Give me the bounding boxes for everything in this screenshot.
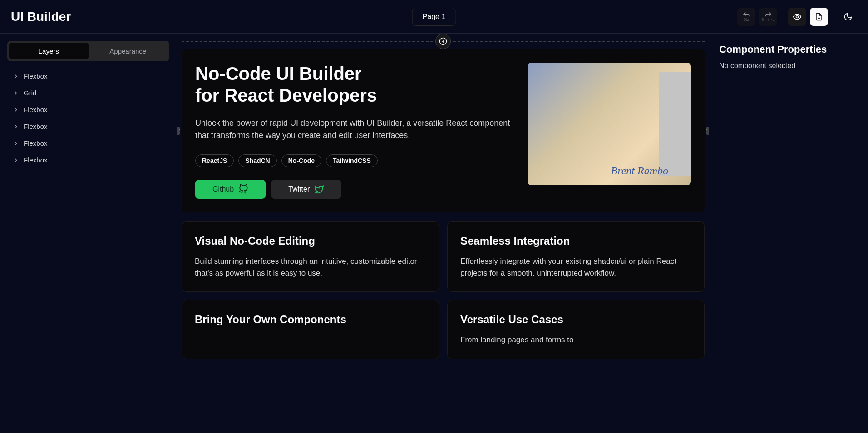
github-icon	[238, 184, 248, 194]
header: UI Builder Page 1 ⌘Z ⌘+⇧+Z	[0, 0, 868, 34]
canvas-scroll[interactable]: ⋮⋮ ⋮⋮ No-Code UI Builder for React Devel…	[177, 34, 709, 433]
drag-handle-right[interactable]: ⋮⋮	[706, 127, 709, 135]
chevron-right-icon	[13, 140, 19, 147]
svg-point-0	[796, 15, 799, 18]
properties-panel: Component Properties No component select…	[709, 34, 868, 433]
card-body: From landing pages and forms to	[460, 334, 691, 346]
hero-title-line1: No-Code UI Builder	[195, 64, 362, 84]
page-selector[interactable]: Page 1	[412, 8, 456, 26]
card-body: Build stunning interfaces through an int…	[195, 256, 426, 279]
card-title: Visual No-Code Editing	[195, 235, 426, 247]
tree-item-label: Flexbox	[24, 72, 48, 80]
chevron-right-icon	[13, 157, 19, 163]
drag-handle-left[interactable]: ⋮⋮	[177, 127, 180, 135]
moon-icon	[843, 12, 853, 21]
add-component-button[interactable]	[435, 34, 451, 49]
tab-appearance[interactable]: Appearance	[89, 43, 168, 59]
feature-card[interactable]: Versatile Use Cases From landing pages a…	[447, 300, 705, 359]
plus-circle-icon	[439, 37, 447, 45]
hero-section[interactable]: ⋮⋮ ⋮⋮ No-Code UI Builder for React Devel…	[182, 49, 705, 212]
hero-title-line2: for React Developers	[195, 85, 377, 105]
feature-card[interactable]: Seamless Integration Effortlessly integr…	[447, 221, 705, 292]
tree-item[interactable]: Flexbox	[7, 68, 169, 84]
twitter-button-label: Twitter	[288, 185, 310, 193]
github-button[interactable]: Github	[195, 180, 266, 199]
tree-item[interactable]: Flexbox	[7, 152, 169, 168]
tree-item-label: Flexbox	[24, 139, 48, 147]
eye-icon	[793, 12, 802, 21]
redo-kbd: ⌘+⇧+Z	[761, 18, 774, 22]
redo-icon	[764, 11, 772, 17]
feature-card[interactable]: Bring Your Own Components	[182, 300, 439, 359]
badge: No-Code	[281, 154, 321, 167]
card-title: Versatile Use Cases	[460, 313, 691, 326]
chevron-right-icon	[13, 107, 19, 113]
card-body: Effortlessly integrate with your existin…	[460, 256, 691, 279]
feature-card[interactable]: Visual No-Code Editing Build stunning in…	[182, 221, 439, 292]
twitter-button[interactable]: Twitter	[271, 180, 341, 199]
tree-item[interactable]: Flexbox	[7, 135, 169, 152]
theme-toggle[interactable]	[839, 8, 857, 26]
redo-button[interactable]: ⌘+⇧+Z	[759, 8, 777, 26]
file-export-icon	[815, 13, 823, 21]
layer-tree: Flexbox Grid Flexbox Flexbox Flexbox	[7, 68, 169, 168]
card-title: Bring Your Own Components	[195, 313, 426, 326]
chevron-right-icon	[13, 123, 19, 130]
app-title: UI Builder	[11, 10, 71, 24]
undo-button[interactable]: ⌘Z	[737, 8, 755, 26]
tree-item[interactable]: Flexbox	[7, 118, 169, 135]
hero-buttons: Github Twitter	[195, 180, 518, 199]
tree-item[interactable]: Grid	[7, 84, 169, 101]
insert-divider	[182, 34, 705, 49]
header-actions: ⌘Z ⌘+⇧+Z	[737, 8, 857, 26]
hero-title: No-Code UI Builder for React Developers	[195, 63, 518, 106]
preview-button[interactable]	[788, 8, 806, 26]
tree-item-label: Flexbox	[24, 123, 48, 130]
github-button-label: Github	[212, 185, 234, 193]
twitter-icon	[314, 184, 324, 194]
badge-row: ReactJS ShadCN No-Code TailwindCS​S	[195, 154, 518, 167]
hero-description: Unlock the power of rapid UI development…	[195, 117, 518, 142]
feature-grid: Visual No-Code Editing Build stunning in…	[182, 221, 705, 359]
tree-item-label: Flexbox	[24, 156, 48, 164]
properties-empty-state: No component selected	[719, 62, 858, 70]
badge: ReactJS	[195, 154, 234, 167]
badge: TailwindCS​S	[326, 154, 378, 167]
card-title: Seamless Integration	[460, 235, 691, 247]
left-panel: Layers Appearance Flexbox Grid Flexbox	[0, 34, 177, 433]
undo-kbd: ⌘Z	[744, 18, 750, 22]
export-button[interactable]	[810, 8, 828, 26]
image-signature: Brent Rambo	[611, 165, 668, 177]
properties-title: Component Properties	[719, 44, 858, 55]
hero-image: Brent Rambo	[528, 63, 691, 185]
chevron-right-icon	[13, 90, 19, 96]
tab-layers[interactable]: Layers	[9, 43, 89, 59]
panel-tabs: Layers Appearance	[7, 41, 169, 61]
tree-item-label: Grid	[24, 89, 36, 97]
canvas: ⋮⋮ ⋮⋮ No-Code UI Builder for React Devel…	[177, 34, 709, 433]
tree-item[interactable]: Flexbox	[7, 101, 169, 118]
undo-icon	[743, 11, 750, 17]
tree-item-label: Flexbox	[24, 106, 48, 113]
badge: ShadCN	[238, 154, 276, 167]
chevron-right-icon	[13, 73, 19, 79]
